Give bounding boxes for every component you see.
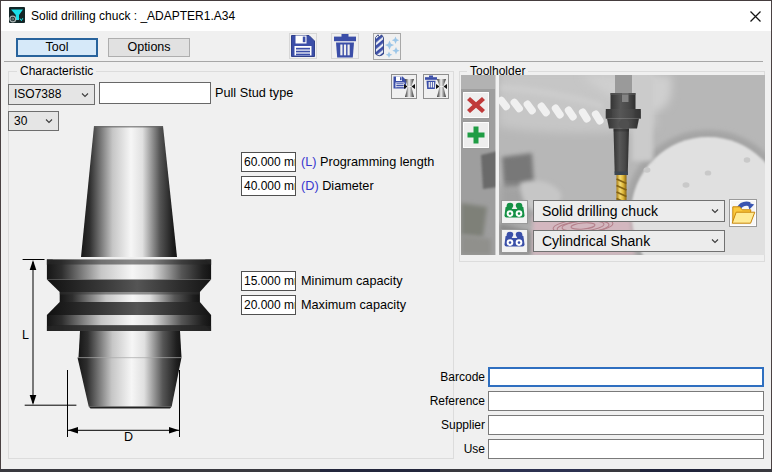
svg-text:D: D — [124, 430, 133, 444]
svg-text:L: L — [22, 328, 29, 342]
